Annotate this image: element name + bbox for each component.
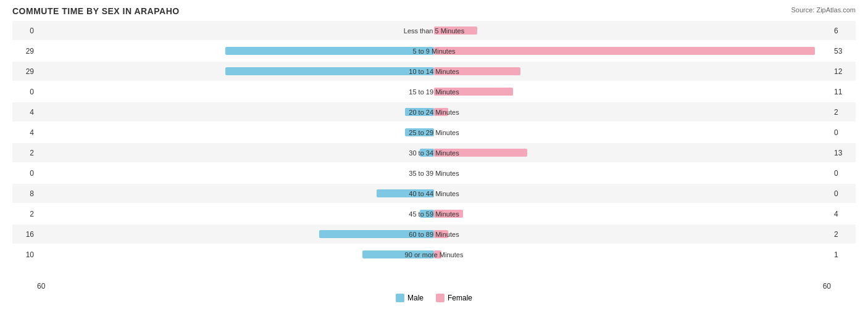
row-label: 40 to 44 Minutes [409,190,459,197]
male-value: 10 [12,250,37,259]
bars-container: 35 to 39 Minutes [37,165,831,182]
female-value: 13 [831,149,856,157]
male-value: 2 [12,149,37,157]
row-label: 20 to 24 Minutes [409,109,459,116]
bars-container: 5 to 9 Minutes [37,43,831,60]
legend-female-label: Female [448,294,472,302]
bars-container: 20 to 24 Minutes [37,104,831,121]
axis-left: 60 [37,282,45,291]
female-value: 2 [831,108,856,117]
female-value: 0 [831,128,856,137]
male-value: 8 [12,189,37,198]
chart-row: 2910 to 14 Minutes12 [12,62,856,81]
row-label: 15 to 19 Minutes [409,88,459,96]
male-value: 0 [12,169,37,178]
male-value: 2 [12,210,37,218]
bars-container: 90 or more Minutes [37,246,831,263]
legend-female-box [436,294,444,302]
chart-row: 425 to 29 Minutes0 [12,123,856,142]
axis-right: 60 [823,282,831,291]
female-value: 11 [831,88,856,96]
bars-container: 60 to 89 Minutes [37,226,831,243]
female-value: 0 [831,189,856,198]
row-label: Less than 5 Minutes [404,27,464,35]
male-value: 4 [12,108,37,117]
bars-container: 45 to 59 Minutes [37,205,831,223]
row-label: 45 to 59 Minutes [409,210,459,218]
male-bar [225,67,434,75]
bars-container: 15 to 19 Minutes [37,83,831,101]
bars-container: 30 to 34 Minutes [37,144,831,162]
chart-row: 1090 or more Minutes1 [12,245,856,264]
chart-row: 245 to 59 Minutes4 [12,204,856,223]
row-label: 10 to 14 Minutes [409,68,459,75]
row-label: 5 to 9 Minutes [412,47,455,55]
row-label: 90 or more Minutes [405,251,464,258]
male-bar [225,47,434,55]
female-value: 53 [831,47,856,56]
female-value: 6 [831,27,856,35]
female-value: 0 [831,169,856,178]
row-label: 60 to 89 Minutes [409,231,459,238]
bars-container: 25 to 29 Minutes [37,124,831,141]
legend-male: Male [396,294,424,302]
male-value: 16 [12,230,37,239]
chart-row: 0Less than 5 Minutes6 [12,21,856,40]
axis-labels: 60 60 [12,282,856,291]
female-value: 1 [831,250,856,259]
chart-container: COMMUTE TIME BY SEX IN ARAPAHO Source: Z… [0,0,868,322]
legend-male-box [396,294,404,302]
male-value: 0 [12,88,37,96]
legend-female: Female [436,294,472,302]
chart-row: 1660 to 89 Minutes2 [12,225,856,244]
bars-container: 40 to 44 Minutes [37,185,831,202]
row-label: 30 to 34 Minutes [409,149,459,157]
chart-area: 0Less than 5 Minutes6295 to 9 Minutes532… [12,21,856,280]
male-value: 29 [12,67,37,76]
source-label: Source: ZipAtlas.com [791,6,856,14]
female-bar [434,47,815,55]
female-value: 12 [831,67,856,76]
row-label: 25 to 29 Minutes [409,129,459,136]
male-value: 4 [12,128,37,137]
row-label: 35 to 39 Minutes [409,170,459,177]
chart-row: 840 to 44 Minutes0 [12,184,856,203]
chart-row: 015 to 19 Minutes11 [12,82,856,101]
legend: Male Female [12,294,856,302]
chart-row: 295 to 9 Minutes53 [12,41,856,60]
chart-title: COMMUTE TIME BY SEX IN ARAPAHO [12,6,856,16]
female-value: 4 [831,210,856,218]
bars-container: Less than 5 Minutes [37,22,831,39]
male-value: 0 [12,27,37,35]
chart-row: 230 to 34 Minutes13 [12,143,856,162]
male-value: 29 [12,47,37,56]
female-value: 2 [831,230,856,239]
chart-row: 420 to 24 Minutes2 [12,102,856,122]
bars-container: 10 to 14 Minutes [37,63,831,80]
chart-row: 035 to 39 Minutes0 [12,163,856,183]
legend-male-label: Male [407,294,424,302]
